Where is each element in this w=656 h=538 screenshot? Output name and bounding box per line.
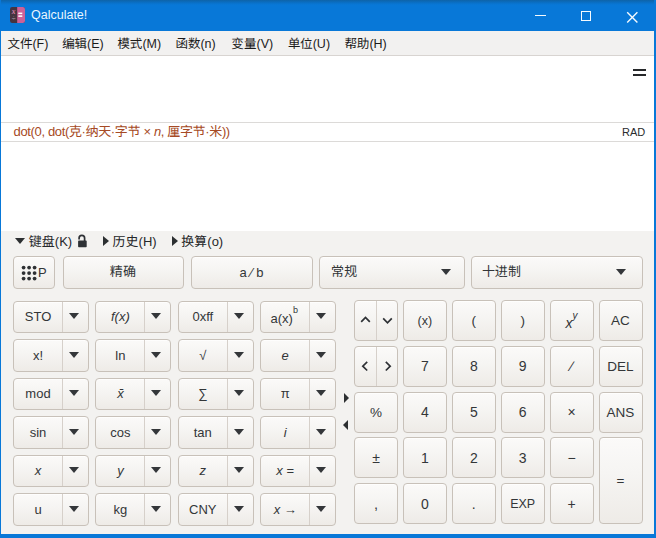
svg-text:÷: ÷ <box>12 15 16 22</box>
